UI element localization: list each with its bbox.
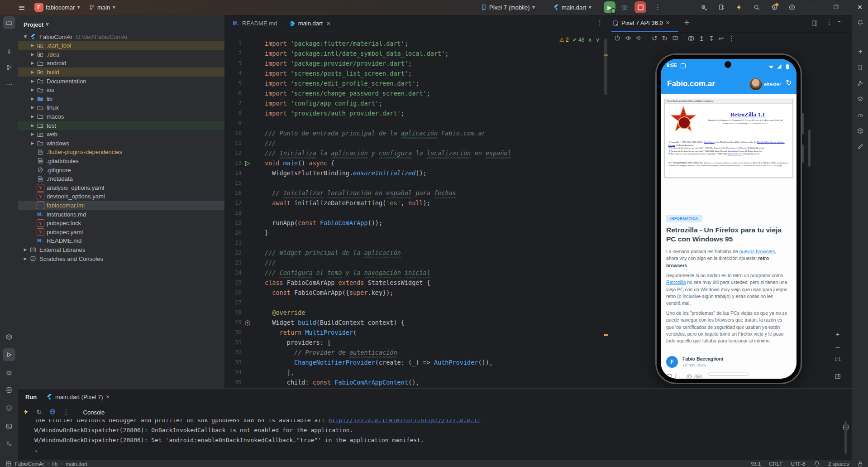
code-line-27[interactable]: 27 [224, 298, 609, 308]
tree-item-analysis-options-yaml[interactable]: Yanalysis_options.yaml [18, 183, 224, 192]
pull-requests-tool-icon[interactable] [3, 61, 15, 74]
notifications-icon[interactable] [854, 16, 867, 29]
refresh-icon[interactable]: ↻ [786, 79, 792, 87]
run-more-button[interactable]: ⋮ [654, 0, 661, 14]
inline-link[interactable]: Retrozilla [666, 280, 686, 285]
tree-item-windows[interactable]: ▶windows [18, 139, 224, 148]
emulator-camera-button[interactable] [688, 35, 694, 43]
code-line-6[interactable]: 6import 'screens/change_password_screen.… [224, 88, 609, 98]
console-tab[interactable]: Console [83, 409, 105, 416]
expand-chevron-icon[interactable]: ▶ [29, 43, 36, 48]
emulator-rotate-left-button[interactable]: ↺ [652, 35, 658, 42]
tree-item--dart-tool[interactable]: ▶✱.dart_tool [18, 41, 224, 50]
panel-options-button[interactable]: ⋮ [826, 19, 833, 26]
run-button[interactable]: ▶ [604, 0, 615, 14]
inline-link[interactable]: nuevos browsers [739, 249, 775, 254]
code-line-10[interactable]: 10/// Punto de entrada principal de la a… [224, 128, 609, 138]
tree-item--flutter-plugins-dependencies[interactable]: .flutter-plugins-dependencies [18, 148, 224, 157]
code-line-21[interactable]: 21 [224, 238, 609, 248]
zoom-reset-button[interactable]: 1:1 [832, 354, 844, 365]
category-badge[interactable]: INFORMÁTICA [666, 215, 702, 222]
new-tab-button[interactable]: + [684, 19, 690, 26]
tree-item-scratches-and-consoles[interactable]: ▶Scratches and Consoles [18, 254, 224, 263]
project-panel-header[interactable]: Project ▼ [24, 19, 49, 30]
code-line-4[interactable]: 4import 'screens/posts_list_screen.dart'… [224, 68, 609, 78]
tree-item-web[interactable]: ▶web [18, 130, 224, 139]
phone-screen[interactable]: 9:55 Fabio.com.ar eltester ↻ Home Bookma… [661, 59, 796, 379]
file-encoding[interactable]: UTF-8 [791, 461, 806, 467]
code-line-35[interactable]: 35 child: const FabioComArAppContent(), [224, 377, 609, 387]
indent-setting[interactable]: 2 spaces [828, 461, 849, 467]
code-line-15[interactable]: 15 [224, 178, 609, 188]
code-line-33[interactable]: 33 ChangeNotifierProvider(create: (_) =>… [224, 357, 609, 367]
open-devtools-button[interactable] [49, 409, 56, 416]
more-actions-button[interactable]: ⋮ [63, 409, 70, 416]
tree-item-build[interactable]: ▶✱build [18, 67, 224, 77]
code-line-19[interactable]: 19 runApp(const FabioComArApp()); [224, 218, 609, 228]
emulator-volume-up-button[interactable] [625, 35, 631, 43]
caret-position[interactable]: 93:1 [751, 461, 761, 467]
vcs-branch-widget[interactable]: main ▼ [89, 0, 115, 14]
device-manager-icon[interactable] [854, 61, 867, 74]
tree-item-pubspec-lock[interactable]: Ypubspec.lock [18, 219, 224, 228]
debug-button[interactable] [621, 0, 628, 14]
code-line-9[interactable]: 9 [224, 118, 609, 128]
emulator-fold-button[interactable] [672, 35, 678, 43]
expand-chevron-icon[interactable]: ▶ [29, 141, 36, 145]
panel-scrollbar[interactable] [808, 130, 811, 167]
console-output[interactable]: The Flutter DevTools debugger and profil… [18, 419, 852, 460]
more-tools-icon[interactable]: ⋯ [3, 78, 15, 91]
open-in-window-button[interactable] [811, 20, 818, 26]
code-line-30[interactable]: 30 return MultiProvider( [224, 327, 609, 337]
emulator-device-tab[interactable]: Pixel 7 API 36.0 ✕ [612, 15, 670, 31]
tree-item-devtools-options-yaml[interactable]: Ydevtools_options.yaml [18, 192, 224, 201]
run-configuration-selector[interactable]: main.dart ▼ [553, 0, 591, 14]
emulator-more-button[interactable]: ⋮ [728, 35, 735, 42]
code-line-1[interactable]: 1import 'package:flutter/material.dart'; [224, 39, 609, 48]
expand-chevron-icon[interactable]: ▶ [29, 132, 36, 136]
inline-link[interactable]: SupportSoft, Inc. [727, 153, 742, 155]
tree-item--metadata[interactable]: .metadata [18, 174, 224, 183]
code-line-29[interactable]: 29 Widget build(BuildContext context) { [224, 318, 609, 327]
code-line-16[interactable]: 16 // Inicializar localización en españo… [224, 188, 609, 198]
emulator-power-button[interactable] [614, 35, 620, 43]
emulator-back-button[interactable]: ↩ [719, 35, 724, 42]
tree-item-macos[interactable]: ▶macos [18, 112, 224, 121]
tree-item-readme-md[interactable]: M↓README.md [18, 236, 224, 246]
app-content[interactable]: Home Bookmarks RetroZilla mozillaZine mo… [661, 94, 796, 379]
expand-chevron-icon[interactable]: ▶ [29, 53, 36, 57]
stop-button[interactable] [634, 0, 646, 14]
code-line-14[interactable]: 14 WidgetsFlutterBinding.ensureInitializ… [224, 168, 609, 178]
tree-item-test[interactable]: ▶test [18, 121, 224, 130]
breadcrumb-segment[interactable]: lib [52, 461, 58, 467]
emulator-rotate-right-button[interactable]: ↻ [662, 35, 668, 42]
tree-item--gitignore[interactable]: .gitignore [18, 165, 224, 174]
code-line-26[interactable]: 26 const FabioComArApp({super.key}); [224, 288, 609, 298]
profile-button[interactable] [789, 0, 795, 14]
volume-button[interactable] [802, 113, 804, 135]
code-line-24[interactable]: 24/// Configura el tema y la navegación … [224, 268, 609, 278]
logcat-icon[interactable] [854, 140, 867, 153]
screenshot-button[interactable] [832, 371, 844, 382]
attach-debugger-button[interactable] [701, 0, 707, 14]
power-button[interactable] [802, 144, 804, 163]
tree-item--idea[interactable]: ▶✱.idea [18, 50, 224, 59]
code-line-5[interactable]: 5import 'screens/edit_profile_screen.dar… [224, 78, 609, 88]
tree-item-fabiocomar-iml[interactable]: ▫fabiocomar.iml [18, 201, 224, 210]
project-widget[interactable]: F fabiocomar ▼ [34, 0, 80, 14]
console-scrollbar[interactable] [844, 421, 847, 454]
gesture-navigation-pill[interactable] [709, 373, 748, 375]
expand-chevron-icon[interactable]: ▶ [29, 97, 36, 101]
gradle-icon[interactable] [854, 125, 867, 137]
device-mirror-button[interactable] [718, 0, 725, 14]
settings-gear-button[interactable]: ⚙ [771, 0, 778, 14]
code-editor[interactable]: ⚠ 2 ✔ 48 ∧ ∨ 1import 'package:flutter/ma… [224, 32, 609, 388]
code-line-12[interactable]: 12/// Inicializa la aplicación y configu… [224, 148, 609, 158]
tree-item-android[interactable]: ▶android [18, 59, 224, 68]
tree-item-pubspec-yaml[interactable]: Ypubspec.yaml [18, 227, 224, 236]
breadcrumb-segment[interactable]: FabioComAr [15, 461, 44, 467]
expand-chevron-icon[interactable]: ▶ [29, 115, 36, 119]
editor-tabs-more-button[interactable]: ⋮ [596, 19, 603, 26]
expand-chevron-icon[interactable]: ▶ [29, 106, 36, 110]
debug-tool-icon[interactable] [3, 366, 15, 379]
